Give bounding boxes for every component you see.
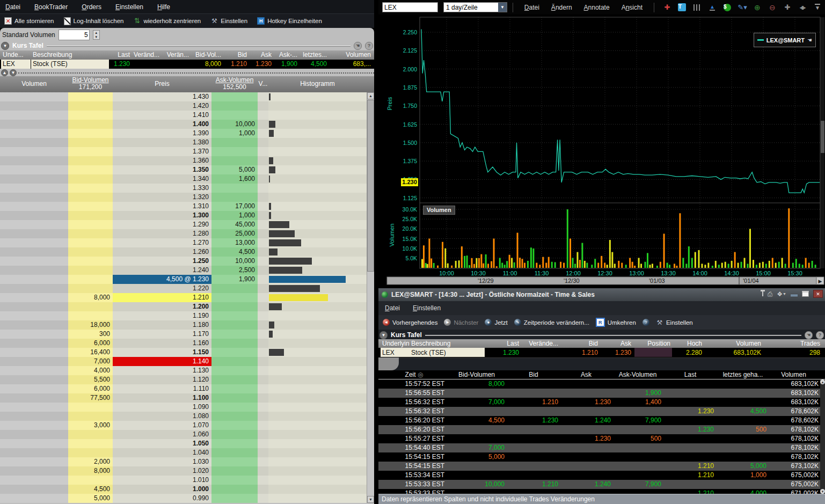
ladder-askv-cell[interactable] bbox=[211, 339, 258, 348]
quote-col-header[interactable]: Last bbox=[109, 50, 132, 60]
toolbar-item-cancel-all[interactable]: ✕Alle stornieren bbox=[4, 17, 54, 25]
ladder-header-bid[interactable]: Bid-Volumen171,200 bbox=[68, 77, 113, 91]
ladder-bidv-cell[interactable] bbox=[68, 247, 113, 257]
ladder-preis-cell[interactable]: 1.180 bbox=[113, 320, 211, 330]
quote-cell-veraend[interactable] bbox=[132, 60, 161, 69]
ladder-bidv-cell[interactable] bbox=[68, 220, 113, 229]
ladder-preis-cell[interactable]: 1.140 bbox=[113, 357, 211, 366]
ladder-header-v[interactable]: V... bbox=[258, 81, 268, 87]
quote-col-header[interactable]: Bid-Vol... bbox=[191, 50, 223, 60]
ladder-row[interactable]: 4,500 @ 1.2301,900 bbox=[0, 275, 367, 284]
ladder-row[interactable]: 5,0000.990 bbox=[0, 494, 367, 503]
ladder-askv-cell[interactable] bbox=[211, 330, 258, 339]
ladder-askv-cell[interactable] bbox=[211, 375, 258, 384]
ladder-askv-cell[interactable] bbox=[211, 421, 258, 430]
ladder-bidv-cell[interactable] bbox=[68, 92, 113, 101]
ladder-preis-cell[interactable]: 1.200 bbox=[113, 302, 211, 311]
tns-quote-cell-trades[interactable]: 298 bbox=[764, 348, 822, 357]
ladder-preis-cell[interactable]: 1.240 bbox=[113, 266, 211, 275]
ladder-preis-cell[interactable]: 1.110 bbox=[113, 384, 211, 393]
ladder-askv-cell[interactable]: 25,000 bbox=[211, 229, 258, 238]
quote-cell-last[interactable]: 1.230 bbox=[109, 60, 132, 69]
ladder-row[interactable]: 8,0001.020 bbox=[0, 466, 367, 476]
tns-toolbar-wrench2[interactable]: ⚒Einstellen bbox=[656, 319, 693, 326]
quote-col-header[interactable]: Ask-... bbox=[273, 50, 299, 60]
collapse-section-icon[interactable]: ▼ bbox=[379, 331, 388, 339]
help-icon[interactable]: ? bbox=[816, 331, 824, 339]
ladder-askv-cell[interactable] bbox=[211, 393, 258, 403]
quote-cell-bid[interactable]: 1.210 bbox=[223, 60, 249, 69]
tns-quote-col-header[interactable]: Last bbox=[485, 339, 521, 348]
ladder-bidv-cell[interactable]: 5,500 bbox=[68, 375, 113, 384]
ladder-preis-cell[interactable]: 1.050 bbox=[113, 439, 211, 448]
ladder-row[interactable]: 4,0001.130 bbox=[0, 366, 367, 375]
ladder-askv-cell[interactable] bbox=[211, 457, 258, 466]
ladder-askv-cell[interactable] bbox=[211, 284, 258, 293]
ladder-row[interactable]: 1.010 bbox=[0, 476, 367, 485]
tns-quote-col-header[interactable]: Position bbox=[634, 339, 672, 348]
quote-table-row[interactable]: LEXStock (TSE)1.2308,0001.2101.2301,9004… bbox=[0, 60, 374, 69]
sort-icon[interactable]: ◎ bbox=[416, 371, 424, 378]
ladder-bidv-cell[interactable] bbox=[68, 129, 113, 138]
print-icon[interactable]: ⎙ bbox=[768, 290, 773, 298]
ladder-row[interactable]: 1.360 bbox=[0, 156, 367, 165]
ladder-row[interactable]: 1.330 bbox=[0, 184, 367, 193]
ladder-bidv-cell[interactable] bbox=[68, 302, 113, 311]
ladder-askv-cell[interactable]: 45,000 bbox=[211, 220, 258, 229]
ladder-bidv-cell[interactable] bbox=[68, 476, 113, 485]
ladder-preis-cell[interactable]: 1.370 bbox=[113, 147, 211, 156]
ladder-row[interactable]: 1.420 bbox=[0, 101, 367, 111]
ladder-askv-cell[interactable] bbox=[211, 156, 258, 165]
ladder-preis-cell[interactable]: 1.010 bbox=[113, 476, 211, 485]
ladder-row[interactable]: 1.2402,500 bbox=[0, 266, 367, 275]
tns-toolbar-now[interactable]: ●Jetzt bbox=[485, 319, 507, 326]
ladder-preis-cell[interactable]: 1.030 bbox=[113, 457, 211, 466]
ladder-preis-cell[interactable]: 1.090 bbox=[113, 403, 211, 412]
standard-volume-stepper[interactable]: ▲▼ bbox=[93, 30, 100, 40]
ladder-preis-cell[interactable]: 1.360 bbox=[113, 156, 211, 165]
ladder-row[interactable]: 1.28025,000 bbox=[0, 229, 367, 238]
collapse-toolbar-icon[interactable]: ▼ bbox=[812, 3, 823, 12]
ladder-preis-cell[interactable]: 1.070 bbox=[113, 421, 211, 430]
hand-icon[interactable]: ☚ bbox=[805, 331, 813, 339]
ladder-preis-cell[interactable]: 1.250 bbox=[113, 257, 211, 266]
ladder-row[interactable]: 1.430 bbox=[0, 92, 367, 101]
ladder-preis-cell[interactable]: 1.430 bbox=[113, 92, 211, 101]
ladder-askv-cell[interactable] bbox=[211, 193, 258, 202]
text-tool-icon[interactable]: T bbox=[676, 3, 688, 12]
tns-quote-cell-last[interactable]: 1.230 bbox=[485, 348, 521, 357]
tns-quote-col-header[interactable]: Verände... bbox=[522, 339, 560, 348]
ladder-askv-cell[interactable] bbox=[211, 448, 258, 457]
ladder-bidv-cell[interactable]: 3,000 bbox=[68, 421, 113, 430]
scrollbar-down-icon[interactable]: ▼ bbox=[367, 496, 374, 503]
ladder-row[interactable]: 1.3001,000 bbox=[0, 211, 367, 220]
help-icon[interactable]: ? bbox=[365, 42, 373, 50]
tns-menu-datei[interactable]: Datei bbox=[385, 304, 400, 312]
ladder-askv-cell[interactable] bbox=[211, 101, 258, 111]
ladder-preis-cell[interactable]: 1.410 bbox=[113, 111, 211, 120]
ladder-bidv-cell[interactable]: 6,000 bbox=[68, 339, 113, 348]
ladder-bidv-cell[interactable] bbox=[68, 238, 113, 247]
chart-canvas[interactable]: 2.2502.1252.0001.8751.7501.6251.5001.375… bbox=[378, 14, 825, 288]
tns-col-header-last[interactable]: Last bbox=[667, 370, 714, 379]
ladder-preis-cell[interactable]: 1.400 bbox=[113, 120, 211, 129]
ladder-askv-cell[interactable] bbox=[211, 485, 258, 494]
splitter-handle[interactable] bbox=[18, 72, 374, 74]
fit-scale-icon[interactable]: ◂▮▸ bbox=[797, 3, 808, 12]
menu-datei[interactable]: Datei bbox=[5, 3, 20, 11]
chart-period-dropdown[interactable]: 1 day/Zeile ▼ bbox=[443, 2, 507, 12]
ladder-row[interactable]: 3001.170 bbox=[0, 330, 367, 339]
ladder-bidv-cell[interactable] bbox=[68, 193, 113, 202]
minimize-icon[interactable] bbox=[791, 292, 798, 296]
ladder-askv-cell[interactable] bbox=[211, 357, 258, 366]
collapse-section-icon[interactable]: ▼ bbox=[1, 42, 9, 50]
tns-titlebar[interactable]: LEX@SMART - [14:30 ... Jetzt] - Östliche… bbox=[378, 288, 825, 301]
tns-toolbar-help[interactable]: ? bbox=[643, 319, 649, 326]
quote-col-header[interactable]: Bid bbox=[223, 50, 249, 60]
quote-cell-beschreibung[interactable]: Stock (TSE) bbox=[31, 60, 109, 69]
ladder-row[interactable]: 1.190 bbox=[0, 311, 367, 320]
ladder-preis-cell[interactable]: 1.000 bbox=[113, 485, 211, 494]
ladder-askv-cell[interactable] bbox=[211, 466, 258, 476]
ladder-preis-cell[interactable]: 1.150 bbox=[113, 348, 211, 357]
ladder-bidv-cell[interactable] bbox=[68, 101, 113, 111]
